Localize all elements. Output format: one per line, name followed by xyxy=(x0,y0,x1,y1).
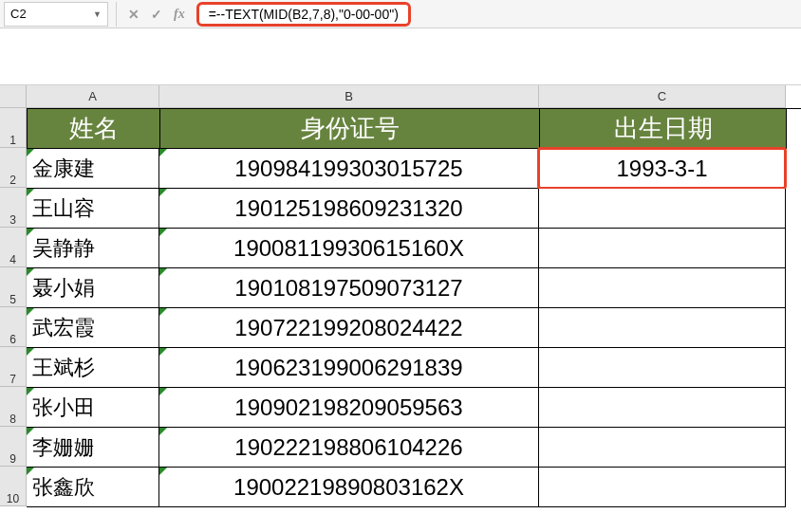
cell-b3[interactable]: 190125198609231320 xyxy=(159,189,539,229)
formula-bar-buttons: ✕ ✓ fx xyxy=(121,7,193,22)
table-row: 李姗姗 190222198806104226 xyxy=(27,428,801,468)
select-all-corner[interactable] xyxy=(0,85,27,108)
cell-a8[interactable]: 张小田 xyxy=(27,388,159,428)
formula-text: =--TEXT(MID(B2,7,8),"0-00-00") xyxy=(209,7,399,22)
row-header-7[interactable]: 7 xyxy=(0,347,27,387)
table-row: 聂小娟 190108197509073127 xyxy=(27,268,801,308)
error-indicator-icon xyxy=(27,189,34,196)
cell-c5[interactable] xyxy=(539,268,786,308)
ribbon-spacer xyxy=(0,28,801,85)
cell-c3[interactable] xyxy=(539,189,786,229)
row-header-3[interactable]: 3 xyxy=(0,188,27,228)
error-indicator-icon xyxy=(27,229,34,236)
col-header-a[interactable]: A xyxy=(27,85,159,108)
header-cell-name[interactable]: 姓名 xyxy=(28,109,160,149)
cell-c7[interactable] xyxy=(539,348,786,388)
row-header-column: 1 2 3 4 5 6 7 8 9 10 xyxy=(0,85,27,507)
cell-c4[interactable] xyxy=(539,229,786,268)
row-header-8[interactable]: 8 xyxy=(0,387,27,427)
cell-a2[interactable]: 金康建 xyxy=(27,149,159,189)
row-header-5[interactable]: 5 xyxy=(0,267,27,307)
table-row: 吴静静 19008119930615160X xyxy=(27,229,801,268)
cell-b6[interactable]: 190722199208024422 xyxy=(159,308,539,348)
cell-a9[interactable]: 李姗姗 xyxy=(27,428,159,468)
cell-b10[interactable]: 19002219890803162X xyxy=(159,468,539,507)
cell-a10[interactable]: 张鑫欣 xyxy=(27,468,159,507)
row-header-6[interactable]: 6 xyxy=(0,307,27,347)
error-indicator-icon xyxy=(27,149,34,156)
cell-a4[interactable]: 吴静静 xyxy=(27,229,159,268)
row-header-4[interactable]: 4 xyxy=(0,228,27,267)
cell-b5[interactable]: 190108197509073127 xyxy=(159,268,539,308)
error-indicator-icon xyxy=(159,348,167,356)
error-indicator-icon xyxy=(159,428,167,435)
cell-b2[interactable]: 190984199303015725 xyxy=(159,149,539,189)
cell-b7[interactable]: 190623199006291839 xyxy=(159,348,539,388)
table-row: 张鑫欣 19002219890803162X xyxy=(27,468,801,507)
error-indicator-icon xyxy=(159,189,167,196)
error-indicator-icon xyxy=(27,388,34,395)
chevron-down-icon[interactable]: ▼ xyxy=(93,9,102,19)
header-cell-dob[interactable]: 出生日期 xyxy=(540,109,787,149)
error-indicator-icon xyxy=(27,268,34,276)
error-indicator-icon xyxy=(159,149,167,156)
divider xyxy=(116,2,117,27)
row-header-10[interactable]: 10 xyxy=(0,467,27,506)
cell-a3[interactable]: 王山容 xyxy=(27,189,159,229)
col-header-c[interactable]: C xyxy=(539,85,786,108)
cancel-icon[interactable]: ✕ xyxy=(128,7,140,22)
table-row: 王山容 190125198609231320 xyxy=(27,189,801,229)
col-header-b[interactable]: B xyxy=(159,85,539,108)
cell-a6[interactable]: 武宏霞 xyxy=(27,308,159,348)
cell-c9[interactable] xyxy=(539,428,786,468)
table-row: 金康建 190984199303015725 1993-3-1 xyxy=(27,149,801,189)
error-indicator-icon xyxy=(159,229,167,236)
error-indicator-icon xyxy=(27,428,34,435)
confirm-icon[interactable]: ✓ xyxy=(151,7,162,22)
cell-c10[interactable] xyxy=(539,468,786,507)
header-row: 姓名 身份证号 出生日期 xyxy=(27,108,801,149)
error-indicator-icon xyxy=(27,308,34,316)
table-row: 张小田 190902198209059563 xyxy=(27,388,801,428)
cell-c2[interactable]: 1993-3-1 xyxy=(539,149,786,189)
error-indicator-icon xyxy=(159,388,167,395)
table-row: 王斌杉 190623199006291839 xyxy=(27,348,801,388)
formula-input[interactable]: =--TEXT(MID(B2,7,8),"0-00-00") xyxy=(196,2,411,27)
cell-b4[interactable]: 19008119930615160X xyxy=(159,229,539,268)
error-indicator-icon xyxy=(27,348,34,356)
cell-a7[interactable]: 王斌杉 xyxy=(27,348,159,388)
row-header-9[interactable]: 9 xyxy=(0,427,27,467)
error-indicator-icon xyxy=(159,268,167,276)
cell-c8[interactable] xyxy=(539,388,786,428)
header-cell-id[interactable]: 身份证号 xyxy=(160,109,540,149)
row-header-1[interactable]: 1 xyxy=(0,108,27,148)
error-indicator-icon xyxy=(27,468,34,475)
cell-reference: C2 xyxy=(10,7,27,21)
fx-icon[interactable]: fx xyxy=(174,7,185,22)
error-indicator-icon xyxy=(159,308,167,316)
name-box[interactable]: C2 ▼ xyxy=(4,2,108,27)
cell-b9[interactable]: 190222198806104226 xyxy=(159,428,539,468)
cell-c6[interactable] xyxy=(539,308,786,348)
cell-b8[interactable]: 190902198209059563 xyxy=(159,388,539,428)
formula-bar: C2 ▼ ✕ ✓ fx =--TEXT(MID(B2,7,8),"0-00-00… xyxy=(0,0,801,28)
table-row: 武宏霞 190722199208024422 xyxy=(27,308,801,348)
spreadsheet-grid: 1 2 3 4 5 6 7 8 9 10 A B C 姓名 身份证号 出生日期 … xyxy=(0,85,801,507)
row-header-2[interactable]: 2 xyxy=(0,148,27,188)
column-headers: A B C xyxy=(27,85,801,108)
error-indicator-icon xyxy=(159,468,167,475)
cell-a5[interactable]: 聂小娟 xyxy=(27,268,159,308)
